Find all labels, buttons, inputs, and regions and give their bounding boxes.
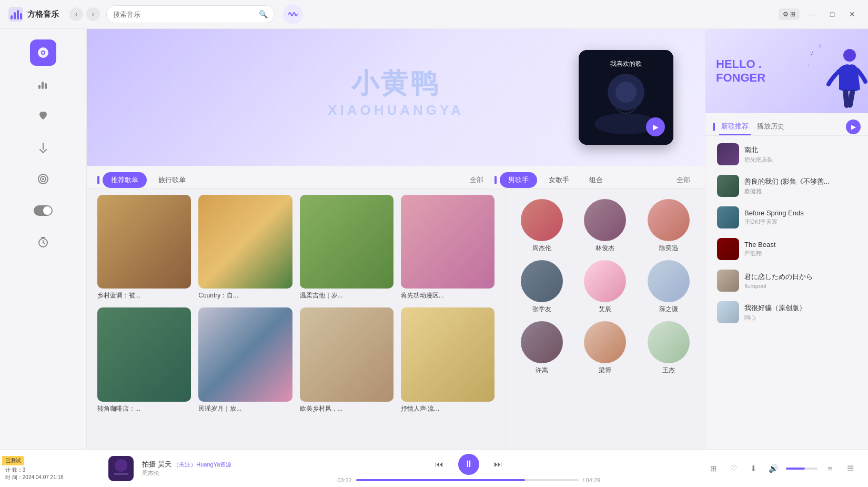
search-icon[interactable]: 🔍 (259, 10, 268, 18)
prev-button[interactable]: ⏮ (431, 456, 448, 473)
next-button[interactable]: ⏭ (490, 456, 507, 473)
tab-play-history[interactable]: 播放历史 (755, 118, 786, 135)
close-button[interactable]: ✕ (845, 7, 860, 22)
playlist-item[interactable]: Country：自... (198, 195, 292, 300)
song-item[interactable]: 善良的我们 (影集《不够善... 蔡健雅 (710, 171, 864, 201)
playlist-item[interactable]: 抒情人声·流... (401, 307, 494, 413)
sidebar (0, 29, 87, 449)
artist-item[interactable]: 林俊杰 (577, 199, 633, 253)
song-item[interactable]: 南北 疤先疤乐队 (710, 139, 864, 170)
playlist-item[interactable]: 民谣岁月｜放... (198, 307, 292, 413)
app-logo: 方格音乐 (8, 7, 59, 22)
back-button[interactable]: ‹ (69, 7, 83, 21)
lyrics-button[interactable]: ≡ (823, 461, 837, 476)
playlist-thumb (198, 195, 292, 289)
artist-item[interactable]: 王杰 (641, 321, 697, 375)
playlist-item[interactable]: 温柔吉他｜岁... (300, 195, 393, 300)
maximize-button[interactable]: □ (825, 7, 840, 22)
hero-play-button[interactable]: ▶ (646, 117, 665, 136)
playlist-name: 民谣岁月｜放... (198, 404, 292, 413)
song-info: 南北 疤先疤乐队 (744, 145, 856, 164)
tab-female-artists[interactable]: 女歌手 (540, 172, 578, 188)
sidebar-item-timer[interactable] (30, 229, 56, 255)
artist-avatar (521, 321, 563, 363)
song-artist: 蔡健雅 (744, 187, 856, 195)
tab-recommended-playlists[interactable]: 推荐歌单 (103, 172, 147, 188)
minimize-button[interactable]: — (805, 7, 820, 22)
playlist-item[interactable]: 转角咖啡店：... (97, 307, 191, 413)
svg-point-16 (43, 206, 52, 215)
song-list: 南北 疤先疤乐队 善良的我们 (影集《不够善... 蔡健雅 Before Spr… (705, 136, 868, 449)
playlist-name: 温柔吉他｜岁... (300, 291, 393, 300)
artist-item[interactable]: 许嵩 (514, 321, 570, 375)
forward-button[interactable]: › (86, 7, 100, 21)
song-artist: 严浩翔 (744, 250, 856, 257)
settings-button[interactable]: ⚙ ⊞ (779, 8, 800, 20)
playlist-view-button[interactable]: ⊞ (706, 461, 721, 476)
wave-button[interactable] (283, 4, 303, 24)
song-info: Before Spring Ends 王OK!李天宸 (744, 209, 856, 226)
song-item[interactable]: 我很好骗（原创版） 阿心 (710, 297, 864, 327)
player-thumbnail (108, 456, 134, 481)
volume-bar[interactable] (786, 468, 817, 470)
tab-divider (491, 175, 491, 185)
sidebar-item-bars[interactable] (30, 71, 56, 97)
tab-groups[interactable]: 组合 (581, 172, 611, 188)
artist-name: 王杰 (662, 366, 675, 375)
search-bar[interactable]: 🔍 (106, 5, 275, 23)
artist-grid: 周杰伦 林俊杰 陈奕迅 张学友 艾辰 薛之谦 许嵩 梁博 王杰 (514, 199, 697, 375)
current-time: 03:22 (337, 477, 352, 483)
svg-rect-8 (38, 85, 41, 89)
playlist-name: 蒋先功动漫区... (401, 291, 494, 300)
artist-item[interactable]: 梁博 (577, 321, 633, 375)
playlist-item[interactable]: 乡村蓝调：被... (97, 195, 191, 300)
artist-item[interactable]: 艾辰 (577, 260, 633, 314)
sidebar-item-heart[interactable] (30, 103, 56, 129)
song-item[interactable]: Before Spring Ends 王OK!李天宸 (710, 202, 864, 233)
like-button[interactable]: ♡ (726, 461, 741, 476)
tab-travel-playlists[interactable]: 旅行歌单 (150, 172, 194, 188)
playlist-item[interactable]: 蒋先功动漫区... (401, 195, 494, 300)
tab-new-songs[interactable]: 新歌推荐 (719, 118, 751, 135)
artist-item[interactable]: 薛之谦 (641, 260, 697, 314)
sidebar-item-download[interactable] (30, 134, 56, 161)
queue-button[interactable]: ☰ (843, 461, 857, 476)
playlist-thumb (401, 195, 494, 289)
song-thumbnail (717, 206, 739, 228)
download-button[interactable]: ⬇ (746, 461, 761, 476)
artist-item[interactable]: 张学友 (514, 260, 570, 314)
sidebar-item-target[interactable] (30, 166, 56, 192)
search-input[interactable] (113, 11, 255, 18)
heart-icon (37, 110, 49, 122)
sidebar-item-disc[interactable] (30, 39, 56, 66)
artist-avatar (584, 321, 626, 363)
song-info: The Beast 严浩翔 (744, 241, 856, 257)
svg-rect-4 (20, 13, 22, 19)
player-left-info: 已测试 计 数：3 时 间：2024.04.07 21:18 (0, 450, 89, 487)
play-pause-button[interactable]: ⏸ (458, 454, 479, 475)
artist-item[interactable]: 陈奕迅 (641, 199, 697, 253)
main-layout: 小黄鸭 XIAOHUANGYA 我喜欢的歌 ▶ (0, 29, 868, 449)
wave-icon (288, 9, 298, 19)
tab-indicator-2 (494, 176, 497, 184)
song-item[interactable]: The Beast 严浩翔 (710, 234, 864, 264)
player-album-art (108, 456, 134, 481)
artist-name: 张学友 (532, 305, 551, 314)
sidebar-item-toggle[interactable] (30, 197, 56, 224)
playlist-item[interactable]: 欧美乡村风，... (300, 307, 393, 413)
progress-bar[interactable] (356, 479, 579, 481)
song-item[interactable]: 君に恋しための日から flumpool (710, 265, 864, 296)
artist-name: 周杰伦 (532, 244, 551, 253)
progress-fill (356, 479, 525, 481)
right-tabs-group: 男歌手 女歌手 组合 全部 (494, 172, 694, 188)
artist-item[interactable]: 周杰伦 (514, 199, 570, 253)
tab-male-artists[interactable]: 男歌手 (500, 172, 537, 188)
tab-all-playlists[interactable]: 全部 (466, 172, 488, 188)
volume-icon[interactable]: 🔊 (766, 461, 781, 476)
play-all-button[interactable]: ▶ (846, 120, 861, 134)
hero-playlist-card[interactable]: 我喜欢的歌 ▶ (579, 50, 673, 145)
song-thumbnail (717, 238, 739, 260)
tab-all-artists[interactable]: 全部 (672, 172, 694, 188)
artist-name: 薛之谦 (659, 305, 678, 314)
song-title: 我很好骗（原创版） (744, 303, 856, 313)
